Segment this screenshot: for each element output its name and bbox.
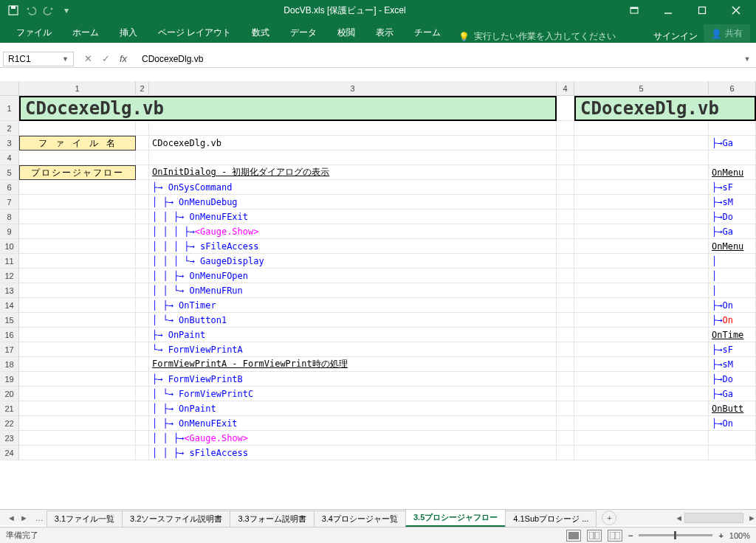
col-header[interactable]: 3: [149, 81, 557, 95]
save-icon[interactable]: [7, 4, 19, 16]
cell[interactable]: [136, 210, 149, 224]
cell[interactable]: ├→ Ga: [709, 136, 756, 151]
sheet-tab[interactable]: 3.5プロシージャフロー: [405, 509, 506, 527]
cell[interactable]: ├→ sF: [709, 342, 756, 357]
cell[interactable]: [574, 401, 709, 416]
hscroll-right-icon[interactable]: ►: [748, 513, 756, 522]
cell[interactable]: [574, 121, 709, 136]
cell[interactable]: └→ FormViewPrintA: [149, 342, 557, 357]
horizontal-scrollbar[interactable]: [684, 513, 743, 523]
cell[interactable]: │ ├→ OnTimer: [149, 298, 557, 313]
cell[interactable]: [19, 224, 136, 239]
cell[interactable]: [136, 372, 149, 387]
cell[interactable]: [136, 313, 149, 328]
zoom-out-icon[interactable]: −: [628, 531, 633, 540]
ribbon-tab-pagelayout[interactable]: ページ レイアウト: [148, 23, 241, 43]
cell[interactable]: [709, 121, 756, 136]
cell[interactable]: CDocexeDlg.vb: [149, 136, 557, 151]
cell[interactable]: [574, 446, 709, 460]
row-header[interactable]: 8: [0, 210, 19, 224]
cell[interactable]: [136, 239, 149, 254]
cell[interactable]: │ │ ├→ sFileAccess: [149, 446, 557, 460]
sheet-tab[interactable]: 4.1Subプロシージ ...: [505, 511, 597, 527]
cell[interactable]: [557, 195, 574, 210]
cell[interactable]: OnMenu: [709, 239, 756, 254]
cell[interactable]: [574, 195, 709, 210]
zoom-in-icon[interactable]: +: [718, 531, 723, 540]
cell[interactable]: [136, 298, 149, 313]
tell-me-search[interactable]: 💡 実行したい作業を入力してください: [451, 30, 653, 43]
row-header[interactable]: 11: [0, 254, 19, 269]
cell[interactable]: [557, 328, 574, 342]
cell[interactable]: [136, 136, 149, 151]
cell[interactable]: [557, 446, 574, 460]
cell[interactable]: │ │ └→ OnMenuFRun: [149, 283, 557, 298]
tab-nav-next-icon[interactable]: ►: [20, 513, 28, 522]
row-header[interactable]: 9: [0, 224, 19, 239]
row-header[interactable]: 18: [0, 357, 19, 372]
cell[interactable]: [19, 121, 136, 136]
cancel-formula-icon[interactable]: ✕: [81, 53, 94, 64]
col-header[interactable]: 5: [574, 81, 709, 95]
cell[interactable]: [557, 313, 574, 328]
row-header[interactable]: 19: [0, 372, 19, 387]
cell[interactable]: [19, 254, 136, 269]
ribbon-tab-review[interactable]: 校閲: [327, 23, 365, 43]
cell[interactable]: [19, 180, 136, 195]
row-header[interactable]: 16: [0, 328, 19, 342]
ribbon-tab-insert[interactable]: 挿入: [109, 23, 148, 43]
cell[interactable]: [574, 431, 709, 446]
add-sheet-button[interactable]: +: [602, 511, 616, 525]
cell[interactable]: FormViewPrintA - FormViewPrint時の処理: [149, 357, 557, 372]
row-header[interactable]: 5: [0, 165, 19, 180]
row-header[interactable]: 10: [0, 239, 19, 254]
cell[interactable]: ├→ Ga: [709, 387, 756, 401]
cell[interactable]: [136, 387, 149, 401]
worksheet-grid[interactable]: 1 2 3 4 5 6 1CDocexeDlg.vbCDocexeDlg.vb2…: [0, 81, 756, 503]
redo-icon[interactable]: [43, 4, 55, 16]
cell[interactable]: [709, 151, 756, 165]
row-header[interactable]: 21: [0, 401, 19, 416]
sheet-tab[interactable]: 3.3フォーム説明書: [230, 511, 314, 527]
cell[interactable]: [574, 239, 709, 254]
cell[interactable]: [557, 151, 574, 165]
cell[interactable]: [136, 416, 149, 431]
ribbon-tab-home[interactable]: ホーム: [62, 23, 109, 43]
row-header[interactable]: 22: [0, 416, 19, 431]
cell[interactable]: [136, 328, 149, 342]
cell[interactable]: │ │ ├→ OnMenuFOpen: [149, 269, 557, 283]
row-header[interactable]: 6: [0, 180, 19, 195]
close-icon[interactable]: [719, 0, 753, 21]
cell[interactable]: [136, 269, 149, 283]
cell[interactable]: [574, 165, 709, 180]
cell[interactable]: [19, 431, 136, 446]
cell[interactable]: [149, 151, 557, 165]
zoom-level[interactable]: 100%: [729, 531, 750, 540]
cell[interactable]: [557, 210, 574, 224]
cell[interactable]: [136, 446, 149, 460]
cell[interactable]: [19, 446, 136, 460]
cell[interactable]: [557, 254, 574, 269]
page-break-preview-icon[interactable]: [608, 530, 622, 542]
zoom-slider[interactable]: [639, 534, 712, 536]
cell[interactable]: [19, 151, 136, 165]
cell[interactable]: [557, 165, 574, 180]
cell[interactable]: │: [709, 269, 756, 283]
ribbon-tab-formulas[interactable]: 数式: [241, 23, 280, 43]
sheet-tab[interactable]: 3.4プロシージャー覧: [314, 511, 406, 527]
cell[interactable]: ├→ On: [709, 298, 756, 313]
cell[interactable]: OnInitDialog - 初期化ダイアログの表示: [149, 165, 557, 180]
cell[interactable]: [149, 121, 557, 136]
row-header[interactable]: 24: [0, 446, 19, 460]
cell[interactable]: [574, 328, 709, 342]
cell[interactable]: │: [709, 254, 756, 269]
row-header[interactable]: 4: [0, 151, 19, 165]
ribbon-tab-file[interactable]: ファイル: [6, 23, 62, 43]
row-header[interactable]: 20: [0, 387, 19, 401]
col-header[interactable]: 2: [136, 81, 149, 95]
cell[interactable]: [574, 254, 709, 269]
formula-expand-icon[interactable]: ▼: [741, 55, 753, 63]
cell[interactable]: [574, 298, 709, 313]
cell[interactable]: [136, 180, 149, 195]
cell[interactable]: [19, 283, 136, 298]
